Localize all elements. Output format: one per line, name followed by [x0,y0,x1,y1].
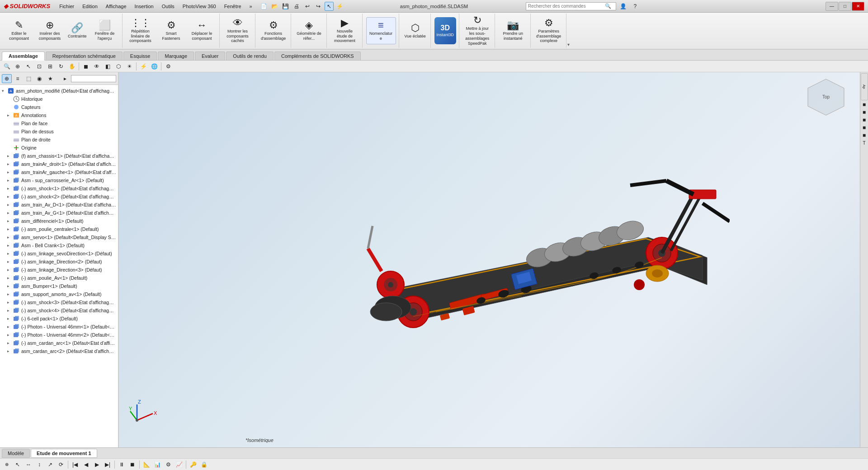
bc-btn1[interactable]: ⊕ [2,460,12,469]
smart-fasteners-button[interactable]: ⚙ Smart Fasteners [157,17,186,44]
bc-btn10[interactable]: ▶| [103,460,113,469]
tab-addins[interactable]: Compléments de SOLIDWORKS [274,52,361,60]
move-component-button[interactable]: ↔ Déplacer le composant [188,17,217,44]
tb2-select[interactable]: ↖ [24,62,33,71]
config-manager-tab[interactable]: ⬚ [24,74,33,83]
tab-markup[interactable]: Marquage [158,52,194,60]
menu-edition[interactable]: Edition [79,3,101,10]
filter-icon[interactable]: ▸ [60,74,70,83]
tree-item-differentiel[interactable]: ▸asm_différenciel<1> (Default) [0,217,118,225]
tb2-rotate[interactable]: ↻ [56,62,66,71]
tree-filter-input[interactable] [71,75,116,82]
tree-item-train-avD[interactable]: ▸asm_train_Av_D<1> (Défaut<Etat d'affich… [0,201,118,209]
tb2-pan[interactable]: ✋ [67,62,77,71]
maximize-button[interactable]: □ [839,2,851,11]
instant3d-button[interactable]: 3D Instant3D [434,17,456,44]
update-subasm-button[interactable]: ↻ Mettre à jour les sous-assemblages Spe… [463,17,492,44]
tree-item-plan-face[interactable]: Plan de face [0,119,118,127]
quick-access-open[interactable]: 📂 [270,2,279,11]
rt-cameras[interactable]: ◼ [861,132,868,139]
tree-item-photon1[interactable]: ▸(-) Photon - Universal 46mm<1> (Default… [0,323,118,331]
insert-components-button[interactable]: ⊕ Insérer des composants [35,17,64,44]
user-icon[interactable]: 👤 [619,2,628,11]
tree-item-bumper[interactable]: ▸asm_Bumper<1> (Default) [0,282,118,290]
tree-item-bell-crank[interactable]: ▸Asm - Bell Crank<1> (Default) [0,241,118,249]
bc-btn11[interactable]: ⏸ [117,460,127,469]
tree-item-shock3[interactable]: ▸(-) asm_shock<3> (Défaut<Etat d'afficha… [0,298,118,306]
tree-item-photon2[interactable]: ▸(-) Photon - Universal 46mm<2> (Default… [0,331,118,339]
tree-item-cardan-arc2[interactable]: ▸asm_cardan_arc<2> (Défaut<Etat d'affich… [0,347,118,355]
tab-evaluate[interactable]: Evaluer [195,52,225,60]
tab-model[interactable]: Modèle [2,449,30,458]
bc-btn3[interactable]: ↔ [24,460,33,469]
rt-text[interactable]: T [861,139,868,146]
tab-render[interactable]: Outils de rendu [226,52,274,60]
quick-access-undo[interactable]: ↩ [303,2,312,11]
property-manager-tab[interactable]: ≡ [13,74,23,83]
tb2-zoom-fit[interactable]: ⊡ [34,62,44,71]
appearance-manager-tab[interactable]: ★ [45,74,55,83]
bc-btn2[interactable]: ↖ [13,460,23,469]
tree-item-plan-droite[interactable]: Plan de droite [0,136,118,144]
preview-window-button[interactable]: ⬜ Fenêtre de l'aperçu [90,17,119,44]
search-input[interactable] [528,4,605,9]
edit-component-button[interactable]: ✎ Editer le composant [5,17,33,44]
tab-assembly[interactable]: Assemblage [2,52,45,61]
tb2-section[interactable]: ◧ [103,62,113,71]
new-motion-study-button[interactable]: ▶ Nouvelle étude de mouvement [330,17,359,44]
quick-access-print[interactable]: 🖨 [292,2,301,11]
tree-item-trainAr-gauche[interactable]: ▸asm_trainAr_gauche<1> (Défaut<Etat d'af… [0,168,118,176]
quick-access-save[interactable]: 💾 [281,2,290,11]
feature-manager-tab[interactable]: ⊕ [2,74,12,83]
assembly-functions-button[interactable]: ⚙ Fonctions d'assemblage [259,17,288,44]
rt-custom[interactable]: ◼ [861,116,868,123]
tree-item-history[interactable]: Historique [0,95,118,103]
3d-viewport[interactable]: X Y Z *Isométrique Top [119,72,860,447]
bc-btn15[interactable]: ⚙ [163,460,173,469]
tab-sketch[interactable]: Esquisse [123,52,157,60]
tree-item-shock2[interactable]: ▸(-) asm_shock<2> (Défaut<Etat d'afficha… [0,193,118,201]
bc-btn18[interactable]: 🔒 [199,460,209,469]
tree-item-linkage-dir3[interactable]: ▸(-) asm_linkage_Direction<3> (Défaut) [0,266,118,274]
tree-item-origine[interactable]: Origine [0,144,118,152]
bc-btn4[interactable]: ↕ [34,460,44,469]
quick-access-rebuild[interactable]: ⚡ [335,2,344,11]
tree-item-linkage-dir2[interactable]: ▸(-) asm_linkage_Direction<2> (Défaut) [0,258,118,266]
tree-item-shock4[interactable]: ▸(-) asm_shock<4> (Défaut<Etat d'afficha… [0,306,118,315]
tree-item-support-amorto[interactable]: ▸asm_support_amorto_av<1> (Default) [0,290,118,298]
menu-affichage[interactable]: Affichage [102,3,130,10]
tb2-simulation[interactable]: ⚡ [138,62,148,71]
help-icon[interactable]: ? [631,2,640,11]
ribbon-collapse[interactable]: ▾ [567,14,570,48]
quick-access-redo[interactable]: ↪ [314,2,323,11]
menu-more[interactable]: » [246,3,256,10]
tb2-search[interactable]: 🔍 [2,62,12,71]
tree-item-sup-carrosserie[interactable]: ▸Asm - sup_carrosserie_Ar<1> (Default) [0,176,118,184]
rt-appearances[interactable]: Ap [861,73,868,100]
exploded-view-button[interactable]: ⬡ Vue éclatée [403,17,428,44]
bc-btn13[interactable]: 📐 [142,460,151,469]
bc-btn5[interactable]: ↗ [45,460,55,469]
snapshot-button[interactable]: 📷 Prendre un instantané [499,17,528,44]
tree-item-root[interactable]: ▾Aasm_photon_modifié (Défaut<Etat d'affi… [0,87,118,95]
complex-params-button[interactable]: ⚙ Paramètres d'assemblage complexe [534,17,563,44]
bc-btn12[interactable]: ⏹ [127,460,137,469]
tree-item-sensors[interactable]: Capteurs [0,103,118,111]
linear-repeat-button[interactable]: ⋮⋮ Répétition linéaire de composants [126,17,155,44]
tree-item-train-avG[interactable]: ▸asm_train_Av_G<1> (Défaut<Etat d'affich… [0,209,118,217]
tree-item-shock1[interactable]: ▸(-) asm_shock<1> (Défaut<Etat d'afficha… [0,184,118,193]
tree-item-linkage-sevo[interactable]: ▸(-) asm_linkage_sevoDirection<1> (Défau… [0,249,118,258]
minimize-button[interactable]: — [826,2,838,11]
ref-geometry-button[interactable]: ◈ Géométrie de réfer... [295,17,324,44]
bc-btn8[interactable]: ◀ [81,460,91,469]
tree-item-annotations[interactable]: ▸AAnnotations [0,111,118,119]
tab-schematic[interactable]: Représentation schématique [46,52,123,60]
close-button[interactable]: ✕ [852,2,864,11]
tree-item-cellpack[interactable]: ▸(-) 6-cell pack<1> (Default) [0,315,118,323]
tree-item-trainAr-droit[interactable]: ▸asm_trainAr_droit<1> (Défaut<Etat d'aff… [0,160,118,168]
quick-access-select[interactable]: ↖ [325,2,334,11]
bc-btn14[interactable]: 📊 [152,460,162,469]
bc-btn9[interactable]: ▶ [92,460,102,469]
tb2-display-style[interactable]: ◼ [81,62,91,71]
dim-expert-tab[interactable]: ◉ [34,74,44,83]
